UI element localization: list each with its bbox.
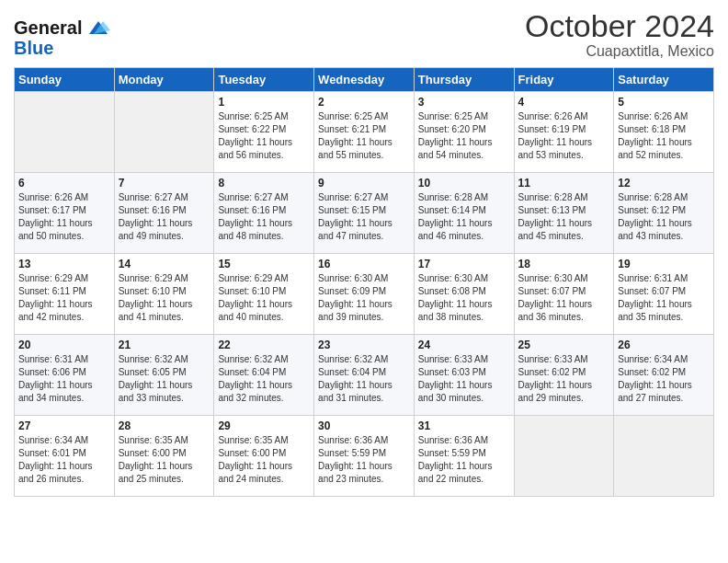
day-number: 24 (418, 339, 510, 351)
day-number: 19 (618, 258, 710, 270)
cell-info: Sunrise: 6:25 AM Sunset: 6:20 PM Dayligh… (418, 110, 510, 162)
header: General Blue October 2024 Cuapaxtitla, M… (14, 9, 714, 60)
location-subtitle: Cuapaxtitla, Mexico (525, 43, 714, 60)
calendar-cell: 17Sunrise: 6:30 AM Sunset: 6:08 PM Dayli… (414, 254, 514, 335)
col-friday: Friday (514, 68, 614, 92)
calendar-cell (614, 416, 714, 497)
calendar-cell: 25Sunrise: 6:33 AM Sunset: 6:02 PM Dayli… (514, 335, 614, 416)
calendar-cell: 8Sunrise: 6:27 AM Sunset: 6:16 PM Daylig… (214, 173, 314, 254)
day-number: 10 (418, 177, 510, 190)
cell-info: Sunrise: 6:33 AM Sunset: 6:03 PM Dayligh… (418, 353, 510, 405)
calendar-cell: 29Sunrise: 6:35 AM Sunset: 6:00 PM Dayli… (214, 416, 314, 497)
calendar-cell: 24Sunrise: 6:33 AM Sunset: 6:03 PM Dayli… (414, 335, 514, 416)
cell-info: Sunrise: 6:28 AM Sunset: 6:13 PM Dayligh… (518, 191, 610, 243)
calendar-cell: 10Sunrise: 6:28 AM Sunset: 6:14 PM Dayli… (414, 173, 514, 254)
calendar-cell: 5Sunrise: 6:26 AM Sunset: 6:18 PM Daylig… (614, 92, 714, 173)
cell-info: Sunrise: 6:28 AM Sunset: 6:14 PM Dayligh… (418, 191, 510, 243)
calendar-cell: 2Sunrise: 6:25 AM Sunset: 6:21 PM Daylig… (314, 92, 415, 173)
cell-info: Sunrise: 6:35 AM Sunset: 6:00 PM Dayligh… (218, 434, 310, 486)
calendar-cell: 7Sunrise: 6:27 AM Sunset: 6:16 PM Daylig… (114, 173, 214, 254)
logo-icon (85, 14, 112, 41)
day-number: 16 (318, 258, 410, 270)
calendar-cell: 18Sunrise: 6:30 AM Sunset: 6:07 PM Dayli… (514, 254, 614, 335)
col-tuesday: Tuesday (214, 68, 314, 92)
cell-info: Sunrise: 6:26 AM Sunset: 6:17 PM Dayligh… (18, 191, 110, 243)
logo: General Blue (14, 14, 112, 59)
calendar-cell: 26Sunrise: 6:34 AM Sunset: 6:02 PM Dayli… (614, 335, 714, 416)
day-number: 5 (618, 96, 710, 109)
title-block: October 2024 Cuapaxtitla, Mexico (525, 9, 714, 60)
calendar-cell: 23Sunrise: 6:32 AM Sunset: 6:04 PM Dayli… (314, 335, 415, 416)
day-number: 30 (318, 419, 410, 432)
cell-info: Sunrise: 6:34 AM Sunset: 6:02 PM Dayligh… (618, 353, 710, 405)
day-number: 18 (518, 258, 610, 270)
day-number: 8 (218, 177, 310, 190)
day-number: 27 (18, 419, 110, 432)
cell-info: Sunrise: 6:27 AM Sunset: 6:16 PM Dayligh… (119, 191, 210, 243)
cell-info: Sunrise: 6:32 AM Sunset: 6:04 PM Dayligh… (218, 353, 310, 405)
day-number: 22 (218, 339, 310, 351)
col-monday: Monday (114, 68, 214, 92)
calendar-cell (114, 92, 214, 173)
calendar-cell: 16Sunrise: 6:30 AM Sunset: 6:09 PM Dayli… (314, 254, 415, 335)
col-wednesday: Wednesday (314, 68, 415, 92)
day-number: 29 (218, 419, 310, 432)
day-number: 15 (218, 258, 310, 270)
calendar-container: General Blue October 2024 Cuapaxtitla, M… (0, 0, 728, 511)
week-row-4: 20Sunrise: 6:31 AM Sunset: 6:06 PM Dayli… (15, 335, 714, 416)
day-number: 7 (119, 177, 210, 190)
calendar-cell: 20Sunrise: 6:31 AM Sunset: 6:06 PM Dayli… (15, 335, 115, 416)
logo-text: General (14, 17, 82, 39)
col-sunday: Sunday (15, 68, 115, 92)
col-saturday: Saturday (614, 68, 714, 92)
calendar-cell: 9Sunrise: 6:27 AM Sunset: 6:15 PM Daylig… (314, 173, 415, 254)
calendar-cell: 31Sunrise: 6:36 AM Sunset: 5:59 PM Dayli… (414, 416, 514, 497)
day-number: 26 (618, 339, 710, 351)
cell-info: Sunrise: 6:27 AM Sunset: 6:15 PM Dayligh… (318, 191, 410, 243)
calendar-cell: 11Sunrise: 6:28 AM Sunset: 6:13 PM Dayli… (514, 173, 614, 254)
day-number: 14 (119, 258, 210, 270)
calendar-cell: 28Sunrise: 6:35 AM Sunset: 6:00 PM Dayli… (114, 416, 214, 497)
calendar-cell: 22Sunrise: 6:32 AM Sunset: 6:04 PM Dayli… (214, 335, 314, 416)
cell-info: Sunrise: 6:26 AM Sunset: 6:18 PM Dayligh… (618, 110, 710, 162)
cell-info: Sunrise: 6:30 AM Sunset: 6:08 PM Dayligh… (418, 272, 510, 324)
col-thursday: Thursday (414, 68, 514, 92)
day-number: 9 (318, 177, 410, 190)
cell-info: Sunrise: 6:31 AM Sunset: 6:06 PM Dayligh… (18, 353, 110, 405)
day-number: 20 (18, 339, 110, 351)
cell-info: Sunrise: 6:32 AM Sunset: 6:04 PM Dayligh… (318, 353, 410, 405)
day-number: 31 (418, 419, 510, 432)
calendar-cell: 13Sunrise: 6:29 AM Sunset: 6:11 PM Dayli… (15, 254, 115, 335)
month-title: October 2024 (525, 9, 714, 43)
calendar-cell: 21Sunrise: 6:32 AM Sunset: 6:05 PM Dayli… (114, 335, 214, 416)
day-number: 13 (18, 258, 110, 270)
day-number: 11 (518, 177, 610, 190)
cell-info: Sunrise: 6:25 AM Sunset: 6:21 PM Dayligh… (318, 110, 410, 162)
cell-info: Sunrise: 6:27 AM Sunset: 6:16 PM Dayligh… (218, 191, 310, 243)
calendar-cell: 30Sunrise: 6:36 AM Sunset: 5:59 PM Dayli… (314, 416, 415, 497)
cell-info: Sunrise: 6:26 AM Sunset: 6:19 PM Dayligh… (518, 110, 610, 162)
header-row: Sunday Monday Tuesday Wednesday Thursday… (15, 68, 714, 92)
calendar-cell: 4Sunrise: 6:26 AM Sunset: 6:19 PM Daylig… (514, 92, 614, 173)
cell-info: Sunrise: 6:36 AM Sunset: 5:59 PM Dayligh… (418, 434, 510, 486)
calendar-cell (15, 92, 115, 173)
week-row-5: 27Sunrise: 6:34 AM Sunset: 6:01 PM Dayli… (15, 416, 714, 497)
calendar-cell: 3Sunrise: 6:25 AM Sunset: 6:20 PM Daylig… (414, 92, 514, 173)
calendar-table: Sunday Monday Tuesday Wednesday Thursday… (14, 67, 714, 497)
calendar-cell: 12Sunrise: 6:28 AM Sunset: 6:12 PM Dayli… (614, 173, 714, 254)
calendar-cell: 19Sunrise: 6:31 AM Sunset: 6:07 PM Dayli… (614, 254, 714, 335)
day-number: 6 (18, 177, 110, 190)
calendar-cell (514, 416, 614, 497)
cell-info: Sunrise: 6:34 AM Sunset: 6:01 PM Dayligh… (18, 434, 110, 486)
calendar-cell: 14Sunrise: 6:29 AM Sunset: 6:10 PM Dayli… (114, 254, 214, 335)
week-row-2: 6Sunrise: 6:26 AM Sunset: 6:17 PM Daylig… (15, 173, 714, 254)
cell-info: Sunrise: 6:33 AM Sunset: 6:02 PM Dayligh… (518, 353, 610, 405)
day-number: 17 (418, 258, 510, 270)
week-row-1: 1Sunrise: 6:25 AM Sunset: 6:22 PM Daylig… (15, 92, 714, 173)
cell-info: Sunrise: 6:28 AM Sunset: 6:12 PM Dayligh… (618, 191, 710, 243)
cell-info: Sunrise: 6:30 AM Sunset: 6:07 PM Dayligh… (518, 272, 610, 324)
day-number: 23 (318, 339, 410, 351)
day-number: 1 (218, 96, 310, 109)
cell-info: Sunrise: 6:29 AM Sunset: 6:10 PM Dayligh… (218, 272, 310, 324)
cell-info: Sunrise: 6:25 AM Sunset: 6:22 PM Dayligh… (218, 110, 310, 162)
